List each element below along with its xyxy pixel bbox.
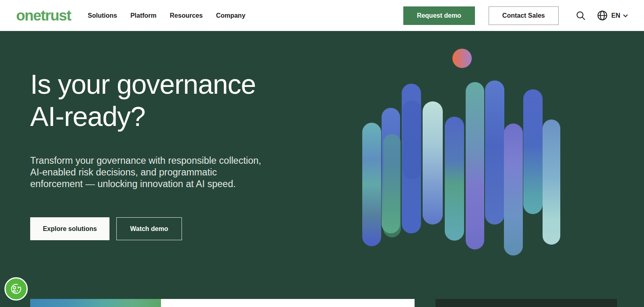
cropped-card-right — [436, 299, 617, 307]
nav-item-company[interactable]: Company — [216, 12, 246, 19]
nav-item-resources[interactable]: Resources — [170, 12, 203, 19]
brand-logo[interactable]: onetrust — [16, 8, 71, 23]
explore-solutions-button[interactable]: Explore solutions — [30, 217, 109, 240]
chevron-down-icon — [623, 14, 628, 17]
search-icon[interactable] — [576, 10, 586, 21]
page-title-line2: AI-ready? — [30, 101, 312, 133]
hero-copy: Is your governance AI-ready? Transform y… — [30, 68, 312, 240]
globe-icon[interactable] — [597, 10, 608, 21]
language-selector[interactable]: EN — [611, 12, 628, 19]
hero-description-line: AI-enabled risk decisions, and programma… — [30, 167, 312, 178]
nav-item-platform[interactable]: Platform — [130, 12, 157, 19]
cookie-icon — [9, 282, 23, 296]
cookie-consent-button[interactable] — [4, 277, 28, 301]
cropped-card-left-image — [30, 299, 161, 307]
contact-sales-button[interactable]: Contact Sales — [489, 6, 559, 25]
main-nav: Solutions Platform Resources Company — [88, 12, 246, 19]
cropped-card-left — [30, 299, 415, 307]
language-code: EN — [611, 12, 620, 19]
page-title-line1: Is your governance — [30, 68, 312, 101]
top-nav: onetrust Solutions Platform Resources Co… — [0, 0, 644, 31]
hero-description-line: Transform your governance with responsib… — [30, 155, 312, 167]
nav-actions: Request demo Contact Sales EN — [403, 6, 628, 25]
hero-section: Is your governance AI-ready? Transform y… — [0, 31, 644, 307]
page-title: Is your governance AI-ready? — [30, 68, 312, 132]
hero-description: Transform your governance with responsib… — [30, 155, 312, 190]
hero-description-line: enforcement — unlocking innovation at AI… — [30, 178, 312, 190]
request-demo-button[interactable]: Request demo — [403, 6, 475, 25]
hero-cta-row: Explore solutions Watch demo — [30, 217, 312, 240]
watch-demo-button[interactable]: Watch demo — [116, 217, 182, 240]
nav-item-solutions[interactable]: Solutions — [88, 12, 117, 19]
